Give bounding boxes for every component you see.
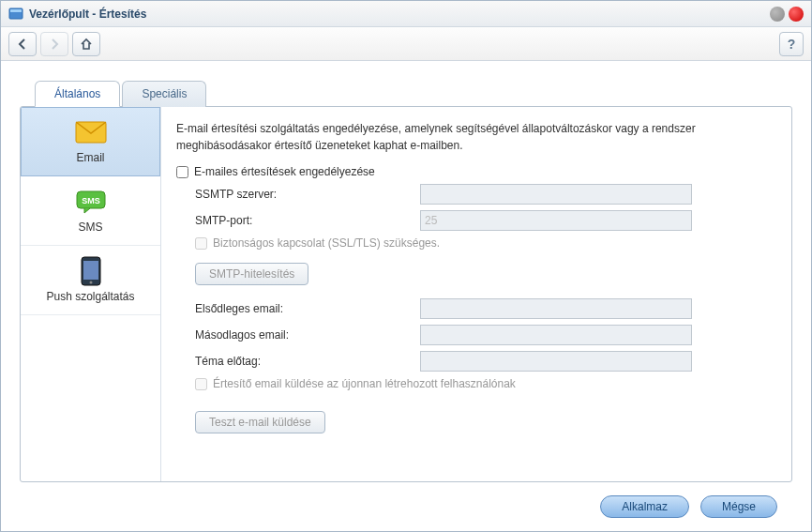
arrow-right-icon	[48, 38, 61, 51]
ssmtp-server-input[interactable]	[420, 184, 692, 205]
primary-email-input[interactable]	[420, 298, 692, 319]
sidebar-item-label: Email	[76, 151, 104, 164]
sidebar-item-label: SMS	[78, 220, 102, 234]
enable-email-row: E-mailes értesítések engedélyezése	[176, 165, 776, 178]
ssl-checkbox[interactable]	[195, 237, 207, 250]
ssmtp-server-label: SSMTP szerver:	[195, 188, 420, 201]
svg-rect-6	[83, 261, 98, 280]
arrow-left-icon	[16, 38, 29, 51]
sidebar-item-push[interactable]: Push szolgáltatás	[21, 246, 160, 315]
smtp-port-input[interactable]	[420, 210, 692, 231]
description-text: E-mail értesítési szolgáltatás engedélye…	[176, 120, 776, 154]
tab-advanced[interactable]: Speciális	[122, 81, 206, 107]
subject-prefix-input[interactable]	[420, 351, 692, 372]
main-form: E-mail értesítési szolgáltatás engedélye…	[161, 107, 791, 481]
sidebar-item-label: Push szolgáltatás	[46, 290, 134, 303]
svg-text:SMS: SMS	[82, 196, 100, 205]
app-icon	[8, 7, 23, 22]
sidebar-item-email[interactable]: Email	[21, 107, 160, 176]
home-button[interactable]	[72, 32, 100, 56]
cancel-button[interactable]: Mégse	[700, 495, 777, 518]
secondary-email-row: Másodlagos email:	[195, 325, 776, 345]
tab-general[interactable]: Általános	[35, 81, 120, 107]
ssl-row: Biztonságos kapcsolat (SSL/TLS) szüksége…	[195, 236, 776, 250]
smtp-port-row: SMTP-port:	[195, 210, 776, 231]
notify-new-user-row: Értesítő email küldése az újonnan létreh…	[195, 377, 776, 390]
help-button[interactable]: ?	[779, 32, 804, 56]
push-icon	[74, 258, 108, 284]
test-email-button[interactable]: Teszt e-mail küldése	[195, 411, 325, 433]
titlebar-controls	[770, 7, 804, 22]
ssl-label: Biztonságos kapcsolat (SSL/TLS) szüksége…	[213, 236, 440, 250]
tabs: Általános Speciális	[35, 80, 792, 106]
subject-prefix-label: Téma előtag:	[195, 355, 420, 368]
email-icon	[74, 119, 108, 145]
close-icon[interactable]	[789, 7, 804, 22]
secondary-email-input[interactable]	[420, 325, 692, 345]
apply-button[interactable]: Alkalmaz	[600, 495, 689, 518]
sidebar: Email SMS SMS Push szolgáltatás	[21, 107, 161, 481]
smtp-port-label: SMTP-port:	[195, 214, 420, 227]
titlebar-help-icon[interactable]	[770, 7, 785, 22]
back-button[interactable]	[8, 32, 37, 56]
toolbar: ?	[1, 27, 811, 61]
window: Vezérlőpult - Értesítés ? Általános Spec…	[0, 0, 812, 532]
subject-prefix-row: Téma előtag:	[195, 351, 776, 372]
home-icon	[80, 38, 93, 51]
primary-email-row: Elsődleges email:	[195, 298, 776, 319]
content-area: Általános Speciális Email SMS SMS	[1, 61, 811, 531]
secondary-email-label: Másodlagos email:	[195, 328, 420, 342]
primary-email-label: Elsődleges email:	[195, 302, 420, 315]
svg-point-7	[89, 281, 92, 283]
enable-email-label: E-mailes értesítések engedélyezése	[194, 165, 375, 178]
enable-email-checkbox[interactable]	[176, 166, 188, 178]
forward-button[interactable]	[40, 32, 68, 56]
sms-icon: SMS	[74, 189, 108, 215]
titlebar: Vezérlőpult - Értesítés	[1, 1, 811, 27]
panel: Email SMS SMS Push szolgáltatás E-mail é…	[20, 106, 792, 482]
sidebar-item-sms[interactable]: SMS SMS	[21, 176, 160, 246]
notify-new-user-label: Értesítő email küldése az újonnan létreh…	[213, 377, 516, 390]
window-title: Vezérlőpult - Értesítés	[29, 8, 770, 21]
footer: Alkalmaz Mégse	[20, 482, 792, 531]
ssmtp-server-row: SSMTP szerver:	[195, 184, 776, 205]
svg-rect-1	[10, 9, 22, 12]
notify-new-user-checkbox[interactable]	[195, 378, 207, 390]
smtp-auth-button[interactable]: SMTP-hitelesítés	[195, 263, 308, 285]
